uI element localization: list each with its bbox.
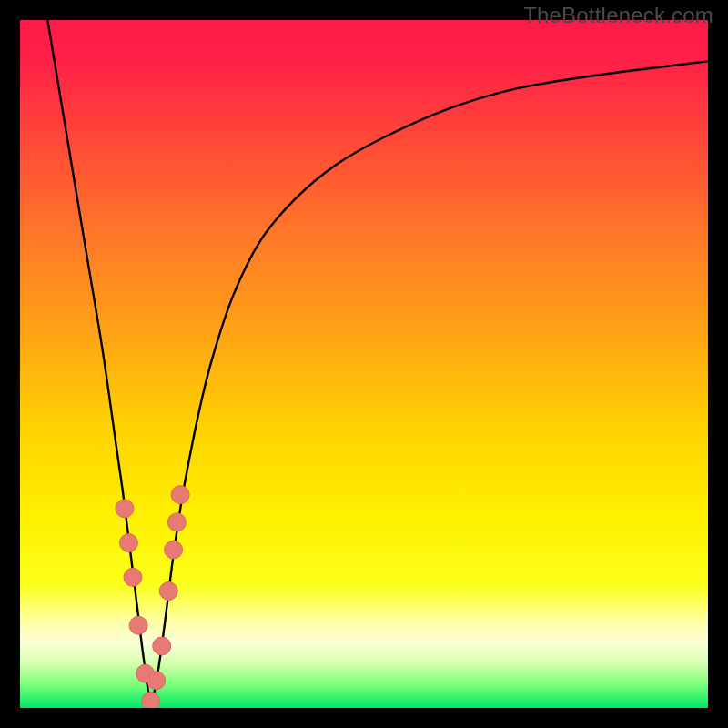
highlight-dot: [153, 637, 171, 655]
curve-layer: [20, 20, 708, 708]
highlight-dot: [124, 568, 142, 586]
highlight-dot: [147, 672, 166, 690]
highlight-dot: [116, 500, 134, 518]
highlight-dot: [142, 692, 160, 708]
bottleneck-curve: [47, 20, 708, 702]
highlight-dot: [165, 541, 183, 559]
plot-area: [20, 20, 708, 708]
highlight-dot: [167, 513, 186, 531]
highlight-dot: [159, 581, 177, 600]
chart-frame: TheBottleneck.com: [0, 0, 728, 728]
highlight-dot: [119, 534, 137, 552]
highlight-dot: [129, 616, 147, 634]
watermark-text: TheBottleneck.com: [523, 3, 713, 28]
highlight-dot: [171, 486, 189, 504]
